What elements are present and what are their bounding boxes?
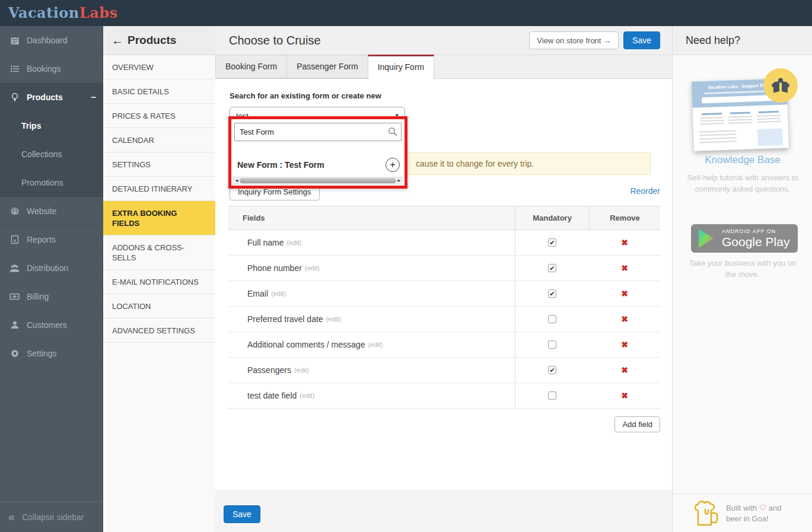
submenu-item-settings[interactable]: SETTINGS [103, 152, 215, 177]
submenu-nav: OVERVIEWBASIC DETAILSPRICES & RATESCALEN… [103, 55, 215, 343]
sidebar-item-billing[interactable]: Billing [0, 282, 103, 311]
globe-icon [9, 206, 20, 216]
remove-field-icon[interactable]: ✖ [621, 340, 628, 349]
field-name: Full name [247, 238, 284, 247]
save-button-bottom[interactable]: Save [224, 505, 260, 523]
logo-text-secondary: Labs [79, 4, 118, 21]
scroll-right-icon[interactable]: ► [397, 178, 402, 184]
submenu-item-extra-booking-fields[interactable]: EXTRA BOOKING FIELDS [103, 201, 215, 235]
mandatory-checkbox[interactable] [548, 238, 556, 247]
sidebar-item-label: Billing [27, 292, 49, 301]
sidebar-item-collections[interactable]: Collections [0, 140, 103, 168]
submenu-item-calendar[interactable]: CALENDAR [103, 128, 215, 152]
sidebar-item-settings[interactable]: Settings [0, 339, 103, 368]
sidebar-item-promotions[interactable]: Promotions [0, 168, 103, 197]
edit-link[interactable]: (edit) [271, 290, 286, 297]
save-button-top[interactable]: Save [623, 31, 660, 49]
add-field-button[interactable]: Add field [614, 416, 660, 432]
help-sidebar: Need help? Vacation Labs - Support Desk … [672, 26, 812, 532]
double-chevron-left-icon: « [8, 510, 15, 524]
sidebar-item-products[interactable]: Products− [0, 83, 103, 112]
help-footer: Built with ♡ and beer in Goa! [673, 493, 812, 532]
bulb-icon [9, 92, 20, 102]
add-form-button[interactable]: + [386, 158, 400, 172]
mandatory-checkbox[interactable] [548, 340, 556, 349]
knowledge-base-link[interactable]: Knowledge Base [673, 154, 812, 166]
tab-booking-form[interactable]: Booking Form [215, 55, 286, 78]
reorder-link[interactable]: Reorder [630, 186, 660, 196]
edit-link[interactable]: (edit) [286, 239, 301, 246]
mandatory-checkbox[interactable] [548, 289, 556, 298]
scroll-left-icon[interactable]: ◄ [234, 178, 239, 184]
submenu-item-prices-rates[interactable]: PRICES & RATES [103, 104, 215, 128]
edit-link[interactable]: (edit) [294, 367, 309, 374]
field-name: Email [247, 289, 268, 298]
edit-link[interactable]: (edit) [305, 265, 320, 272]
field-name: Additional comments / message [247, 340, 365, 349]
remove-field-icon[interactable]: ✖ [621, 238, 628, 247]
new-form-result-row[interactable]: New Form : Test Form + [237, 156, 400, 174]
mandatory-checkbox[interactable] [548, 264, 556, 272]
remove-field-icon[interactable]: ✖ [621, 289, 628, 298]
submenu-item-overview[interactable]: OVERVIEW [103, 55, 215, 79]
remove-field-icon[interactable]: ✖ [621, 314, 628, 324]
collapse-sidebar-label: Collapse sidebar [22, 512, 84, 522]
help-header: Need help? [673, 26, 812, 55]
play-description: Take your business with you on the move. [684, 257, 801, 280]
mandatory-checkbox[interactable] [548, 391, 556, 400]
sidebar-item-label: Collections [21, 149, 62, 159]
remove-field-icon[interactable]: ✖ [621, 263, 628, 273]
table-row: test date field(edit)✖ [228, 383, 660, 409]
field-name: Passengers [247, 365, 291, 375]
play-badge-main-text: Google Play [722, 235, 789, 249]
edit-link[interactable]: (edit) [326, 316, 341, 323]
vacationlabs-logo[interactable]: VacationLabs [8, 4, 118, 21]
submenu-item-location[interactable]: LOCATION [103, 294, 215, 318]
kb-card-columns [693, 104, 788, 127]
back-arrow-icon[interactable]: ← [112, 34, 123, 47]
sidebar-item-label: Distribution [27, 263, 68, 273]
sidebar-item-bookings[interactable]: Bookings [0, 55, 103, 83]
heart-icon: ♡ [759, 503, 767, 512]
sidebar-item-dashboard[interactable]: Dashboard [0, 26, 103, 55]
submenu-title: Products [128, 34, 176, 47]
submenu-header[interactable]: ← Products [103, 26, 215, 55]
users-icon [9, 263, 20, 273]
submenu-item-advanced-settings[interactable]: ADVANCED SETTINGS [103, 318, 215, 343]
beer-mug-icon [692, 500, 722, 530]
table-row: Preferred travel date(edit)✖ [228, 307, 660, 332]
tab-passenger-form[interactable]: Passenger Form [286, 55, 367, 78]
sidebar-item-website[interactable]: Website [0, 197, 103, 225]
view-on-storefront-button[interactable]: View on store front → [529, 31, 619, 49]
calendar-icon [9, 35, 20, 45]
submenu-item-e-mail-notifications[interactable]: E-MAIL NOTIFICATIONS [103, 270, 215, 294]
tab-inquiry-form[interactable]: Inquiry Form [368, 55, 435, 79]
submenu-item-basic-details[interactable]: BASIC DETAILS [103, 79, 215, 104]
sidebar-item-trips[interactable]: Trips [0, 112, 103, 140]
sidebar-item-label: Website [27, 206, 56, 216]
dropdown-horizontal-scrollbar[interactable]: ◄ ► [233, 177, 403, 184]
submenu-item-detailed-itinerary[interactable]: DETAILED ITINERARY [103, 177, 215, 201]
sidebar-item-customers[interactable]: Customers [0, 311, 103, 339]
remove-field-icon[interactable]: ✖ [621, 365, 628, 375]
table-row: Email(edit)✖ [228, 281, 660, 307]
mandatory-checkbox[interactable] [548, 315, 556, 323]
collapse-sidebar-button[interactable]: « Collapse sidebar [0, 501, 103, 532]
sidebar-item-distribution[interactable]: Distribution [0, 254, 103, 282]
sidebar-item-reports[interactable]: xReports [0, 225, 103, 254]
mandatory-checkbox[interactable] [548, 366, 556, 374]
dropdown-search-input[interactable] [234, 123, 402, 141]
main-sidebar: DashboardBookingsProducts−TripsCollectio… [0, 26, 103, 532]
remove-field-icon[interactable]: ✖ [621, 391, 628, 400]
scrollbar-thumb[interactable] [240, 178, 396, 183]
google-play-badge[interactable]: ANDROID APP ON Google Play [691, 224, 798, 253]
fields-table-header: FieldsMandatoryRemove [228, 206, 660, 230]
bottom-save-wrap: Save [224, 505, 260, 523]
edit-link[interactable]: (edit) [368, 341, 383, 348]
submenu-item-addons-cross-sells[interactable]: ADDONS & CROSS-SELLS [103, 235, 215, 270]
form-tabs: Booking FormPassenger FormInquiry Form [215, 55, 672, 79]
main-header: Choose to Cruise View on store front → S… [215, 26, 672, 55]
minus-icon[interactable]: − [91, 92, 96, 102]
edit-link[interactable]: (edit) [300, 392, 314, 399]
logo-text-primary: Vacation [8, 4, 79, 21]
